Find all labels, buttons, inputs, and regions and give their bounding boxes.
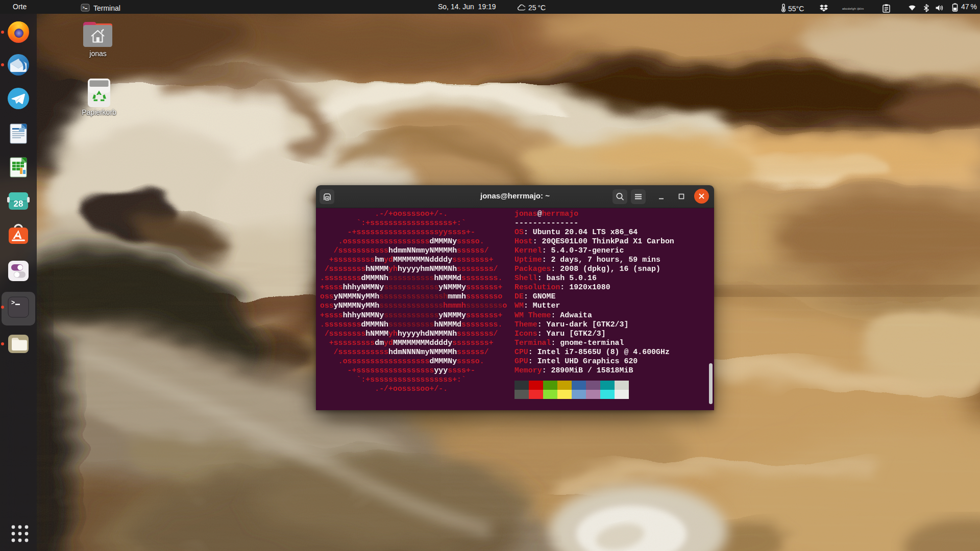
svg-text:>: >	[11, 299, 15, 307]
svg-text:>: >	[83, 6, 85, 10]
svg-text:28: 28	[14, 199, 23, 209]
